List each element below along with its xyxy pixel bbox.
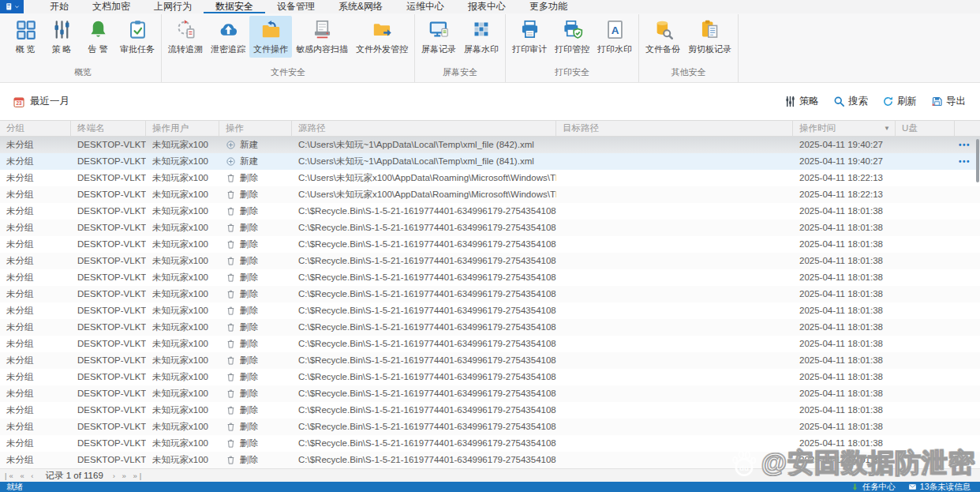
- operation-label: 删除: [240, 170, 258, 186]
- table-row[interactable]: 未分组DESKTOP-VLKTLE1未知玩家x100删除C:\$Recycle.…: [0, 203, 980, 220]
- menu-tab-系统&网络[interactable]: 系统&网络: [327, 0, 395, 13]
- column-header-label: 操作: [226, 122, 244, 134]
- cell-user: 未知玩家x100: [146, 419, 219, 435]
- toolbar-action-刷新[interactable]: 刷新: [882, 95, 917, 108]
- approval-clipboard-icon: [127, 19, 148, 40]
- ribbon-button-审批任务[interactable]: 审批任务: [116, 16, 159, 58]
- toolbar-action-导出[interactable]: 导出: [931, 95, 966, 108]
- ribbon-button-打印管控[interactable]: 打印管控: [551, 16, 593, 58]
- app-menu-button[interactable]: [0, 0, 24, 13]
- table-row[interactable]: 未分组DESKTOP-VLKTLE1未知玩家x100删除C:\$Recycle.…: [0, 352, 980, 369]
- column-header-分组[interactable]: 分组: [0, 121, 71, 136]
- toolbar-action-策略[interactable]: 策略: [784, 95, 819, 108]
- cell-source: C:\$Recycle.Bin\S-1-5-21-1619774401-6349…: [292, 352, 556, 369]
- table-row[interactable]: 未分组DESKTOP-VLKTLE1未知玩家x100删除C:\$Recycle.…: [0, 302, 980, 319]
- cell-menu: [955, 435, 980, 452]
- cell-time: 2025-04-11 18:01:38: [793, 203, 896, 220]
- menu-tab-上网行为[interactable]: 上网行为: [142, 0, 204, 13]
- menu-tab-文档加密[interactable]: 文档加密: [80, 0, 142, 13]
- menu-tab-报表中心[interactable]: 报表中心: [456, 0, 518, 13]
- cell-time: 2025-04-11 18:01:38: [793, 402, 896, 419]
- cell-time: 2025-04-11 19:40:27: [793, 153, 896, 170]
- column-header-操作用户[interactable]: 操作用户: [146, 121, 219, 136]
- table-row[interactable]: 未分组DESKTOP-VLKTLE1未知玩家x100删除C:\$Recycle.…: [0, 220, 980, 236]
- table-row[interactable]: 未分组DESKTOP-VLKTLE1未知玩家x100删除C:\Users\未知玩…: [0, 186, 980, 203]
- table-row[interactable]: 未分组DESKTOP-VLKTLE1未知玩家x100删除C:\$Recycle.…: [0, 435, 980, 452]
- menu-tab-设备管理[interactable]: 设备管理: [265, 0, 327, 13]
- ribbon-button-告警[interactable]: 告 警: [80, 16, 116, 58]
- table-header: 分组终端名操作用户操作源路径目标路径操作时间▼U盘: [0, 120, 980, 137]
- trash-icon: [226, 256, 236, 266]
- table-row[interactable]: 未分组DESKTOP-VLKTLE1未知玩家x100删除C:\Users\未知玩…: [0, 170, 980, 186]
- table-row[interactable]: 未分组DESKTOP-VLKTLE1未知玩家x100删除C:\$Recycle.…: [0, 336, 980, 352]
- ribbon-button-策略[interactable]: 策 略: [43, 16, 80, 58]
- table-row[interactable]: 未分组DESKTOP-VLKTLE1未知玩家x100删除C:\$Recycle.…: [0, 269, 980, 286]
- date-range-filter[interactable]: 23 最近一月: [13, 95, 69, 108]
- ribbon-button-概览[interactable]: 概 览: [7, 16, 43, 58]
- cell-op: 删除: [219, 236, 292, 253]
- column-header-操作[interactable]: 操作: [219, 121, 292, 136]
- cell-menu: [955, 203, 980, 220]
- cell-target: [556, 153, 793, 170]
- cell-terminal: DESKTOP-VLKTLE1: [71, 236, 146, 253]
- column-header-U盘[interactable]: U盘: [896, 121, 955, 136]
- column-header-终端名[interactable]: 终端名: [71, 121, 146, 136]
- unread-messages-button[interactable]: 13条未读信息: [908, 482, 971, 492]
- cell-target: [556, 352, 793, 369]
- ribbon-button-屏幕记录[interactable]: 屏幕记录: [417, 16, 460, 58]
- column-header-label: 源路径: [298, 122, 326, 134]
- menu-tab-运维中心[interactable]: 运维中心: [395, 0, 456, 13]
- cell-source: C:\$Recycle.Bin\S-1-5-21-1619774401-6349…: [292, 369, 556, 385]
- menu-tab-开始[interactable]: 开始: [38, 0, 80, 13]
- table-body: 未分组DESKTOP-VLKTLE1未知玩家x100新建C:\Users\未知玩…: [0, 137, 980, 468]
- column-header-源路径[interactable]: 源路径: [292, 121, 556, 136]
- menu-tab-数据安全[interactable]: 数据安全: [204, 0, 265, 13]
- table-row[interactable]: 未分组DESKTOP-VLKTLE1未知玩家x100删除C:\$Recycle.…: [0, 402, 980, 419]
- ribbon-button-流转追溯[interactable]: 流转追溯: [164, 16, 207, 58]
- operation-label: 删除: [240, 369, 258, 385]
- table-row[interactable]: 未分组DESKTOP-VLKTLE1未知玩家x100删除C:\$Recycle.…: [0, 369, 980, 385]
- table-row[interactable]: 未分组DESKTOP-VLKTLE1未知玩家x100删除C:\$Recycle.…: [0, 385, 980, 402]
- ribbon-button-打印水印[interactable]: A打印水印: [593, 16, 636, 58]
- table-row[interactable]: 未分组DESKTOP-VLKTLE1未知玩家x100删除C:\$Recycle.…: [0, 236, 980, 253]
- column-header-actions[interactable]: [955, 121, 980, 136]
- ribbon-button-文件备份[interactable]: 文件备份: [641, 16, 684, 58]
- ribbon-button-剪切板记录[interactable]: 剪切板记录: [684, 16, 735, 58]
- table-row[interactable]: 未分组DESKTOP-VLKTLE1未知玩家x100删除C:\$Recycle.…: [0, 253, 980, 269]
- log-table: 分组终端名操作用户操作源路径目标路径操作时间▼U盘 未分组DESKTOP-VLK…: [0, 120, 980, 468]
- table-row[interactable]: 未分组DESKTOP-VLKTLE1未知玩家x100删除C:\$Recycle.…: [0, 286, 980, 302]
- trash-icon: [226, 289, 236, 299]
- menu-tab-更多功能[interactable]: 更多功能: [518, 0, 579, 13]
- ribbon-group-概览: 概 览策 略告 警审批任务概览: [5, 14, 162, 82]
- ribbon-button-文件外发管控[interactable]: 文件外发管控: [352, 16, 412, 58]
- table-row[interactable]: 未分组DESKTOP-VLKTLE1未知玩家x100删除C:\$Recycle.…: [0, 319, 980, 336]
- table-row[interactable]: 未分组DESKTOP-VLKTLE1未知玩家x100新建C:\Users\未知玩…: [0, 137, 980, 153]
- ribbon-button-敏感内容扫描[interactable]: 敏感内容扫描: [292, 16, 352, 58]
- trash-icon: [226, 173, 236, 183]
- operation-label: 删除: [240, 419, 258, 435]
- column-header-目标路径[interactable]: 目标路径: [556, 121, 793, 136]
- toolbar-action-搜索[interactable]: 搜索: [833, 95, 868, 108]
- cell-target: [556, 186, 793, 203]
- operation-label: 删除: [240, 253, 258, 269]
- operation-label: 删除: [240, 319, 258, 336]
- sort-arrow-icon[interactable]: ▼: [884, 125, 890, 132]
- cell-terminal: DESKTOP-VLKTLE1: [71, 336, 146, 352]
- task-center-button[interactable]: 任务中心: [851, 482, 896, 492]
- ribbon-button-打印审计[interactable]: 打印审计: [508, 16, 551, 58]
- ribbon-button-屏幕水印[interactable]: 屏幕水印: [460, 16, 503, 58]
- ribbon-button-文件操作[interactable]: 文件操作: [249, 16, 292, 58]
- cell-source: C:\$Recycle.Bin\S-1-5-21-1619774401-6349…: [292, 253, 556, 269]
- cell-usb: [896, 452, 955, 468]
- cell-time: 2025-04-11 18:22:13: [793, 170, 896, 186]
- table-row[interactable]: 未分组DESKTOP-VLKTLE1未知玩家x100删除C:\$Recycle.…: [0, 419, 980, 435]
- table-row[interactable]: 未分组DESKTOP-VLKTLE1未知玩家x100新建C:\Users\未知玩…: [0, 153, 980, 170]
- pagination-next-buttons[interactable]: › » »|: [113, 471, 144, 480]
- pagination-prev-buttons[interactable]: |« « ‹: [5, 471, 36, 480]
- column-header-操作时间[interactable]: 操作时间▼: [793, 121, 896, 136]
- ribbon-button-泄密追踪[interactable]: 泄密追踪: [207, 16, 249, 58]
- cell-usb: [896, 336, 955, 352]
- ribbon-button-label: 流转追溯: [168, 43, 203, 55]
- table-row[interactable]: 未分组DESKTOP-VLKTLE1未知玩家x100删除C:\$Recycle.…: [0, 452, 980, 468]
- vertical-scrollbar[interactable]: [976, 139, 979, 182]
